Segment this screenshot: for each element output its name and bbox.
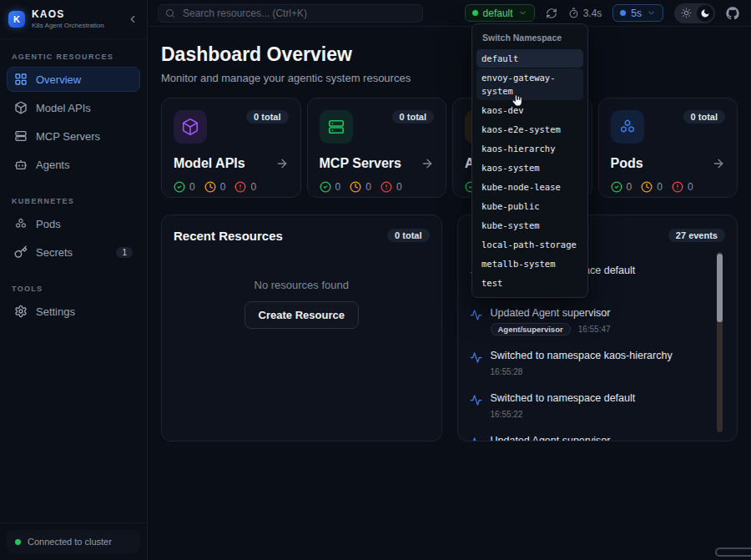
page-subtitle: Monitor and manage your agentic system r… [161,72,738,84]
stat-card-mcp-servers[interactable]: 0 total MCP Servers 0 0 0 [307,98,447,198]
grid-icon [14,73,28,86]
arrow-right-icon[interactable] [275,157,289,170]
bot-icon [14,158,28,171]
event-item: Updated Agent supervisor [470,435,726,441]
create-resource-button[interactable]: Create Resource [244,301,359,329]
total-badge: 0 total [392,110,434,124]
poll-interval-value: 5s [631,8,642,19]
search-icon [165,8,175,18]
check-circle-icon [174,181,185,193]
cube-icon [174,110,207,144]
event-item: Updated Agent supervisor Agent/superviso… [470,307,726,335]
namespace-option-kaos-hierarchy[interactable]: kaos-hierarchy [476,139,583,158]
namespace-option-metallb-system[interactable]: metallb-system [476,255,583,273]
event-title: Switched to namespace kaos-hierarchy [491,350,673,361]
stat-card-pods[interactable]: 0 total Pods 0 0 0 [598,98,738,198]
failed-count: 0 [396,181,402,193]
mouse-cursor [510,93,524,108]
search-input[interactable] [181,7,416,20]
event-time: 16:55:28 [491,367,523,376]
sidebar-item-label: Overview [36,73,81,86]
arrow-right-icon[interactable] [421,157,434,170]
namespace-option-kaos-system[interactable]: kaos-system [476,159,583,177]
clock-icon [641,181,653,193]
sidebar: K KAOS K8s Agent Orchestration AGENTIC R… [0,0,148,560]
refresh-duration: 3.4s [568,8,602,19]
namespace-option-kube-system[interactable]: kube-system [476,216,583,235]
gear-icon [14,305,28,318]
collapse-sidebar-icon[interactable] [127,13,139,25]
github-icon[interactable] [726,7,739,20]
total-badge: 0 total [387,229,429,242]
refresh-icon[interactable] [546,8,557,19]
stat-card-model-apis[interactable]: 0 total Model APIs 0 0 0 [161,98,301,198]
healthy-count: 0 [335,181,341,193]
events-scrollbar[interactable] [717,252,723,432]
section-label: AGENTIC RESOURCES [7,46,140,67]
namespace-option-kaos-dev[interactable]: kaos-dev [476,101,583,119]
stat-card-title: Model APIs [174,156,245,171]
healthy-count: 0 [189,181,195,193]
activity-icon [470,309,482,321]
total-badge: 0 total [683,110,725,124]
cluster-status: Connected to cluster [7,530,140,553]
poll-interval-button[interactable]: 5s [612,4,663,22]
sidebar-item-label: Pods [36,218,61,230]
check-circle-icon [320,181,331,193]
sidebar-item-label: Settings [36,305,75,318]
namespace-dropdown: Switch Namespace default envoy-gateway-s… [471,23,588,298]
sun-icon[interactable] [681,8,692,18]
key-icon [14,245,28,259]
sidebar-footer: Connected to cluster [0,522,147,560]
search-box[interactable] [158,4,423,23]
activity-icon [470,394,482,406]
sidebar-header: K KAOS K8s Agent Orchestration [0,0,147,39]
sidebar-item-label: Agents [36,159,69,171]
dropdown-header: Switch Namespace [476,28,583,49]
activity-icon [470,351,482,364]
sidebar-item-mcp-servers[interactable]: MCP Servers [7,124,140,149]
sidebar-nav: AGENTIC RESOURCES Overview Model APIs MC… [0,39,147,522]
sidebar-item-model-apis[interactable]: Model APIs [7,95,140,120]
healthy-count: 0 [627,181,633,193]
sidebar-item-settings[interactable]: Settings [7,299,140,324]
namespace-option-test[interactable]: test [476,274,583,292]
arrow-right-icon[interactable] [712,157,725,170]
sidebar-item-pods[interactable]: Pods [7,211,140,236]
failed-count: 0 [688,181,693,193]
namespace-selector-button[interactable]: default [465,4,535,22]
dark-mode-button[interactable] [697,5,713,22]
sidebar-item-agents[interactable]: Agents [7,152,140,177]
check-circle-icon [611,181,622,193]
stat-card-title: MCP Servers [320,156,401,171]
namespace-option-kube-public[interactable]: kube-public [476,197,583,215]
cube-icon [14,101,28,114]
chevron-down-icon [518,8,527,18]
namespace-status-dot [472,10,478,16]
event-resource-badge: Agent/supervisor [491,323,571,335]
timer-icon [568,8,579,18]
recent-resources-panel: Recent Resources 0 total No resources fo… [161,214,442,441]
events-scrollbar-thumb[interactable] [717,254,723,322]
namespace-selected: default [483,8,513,19]
horizontal-scrollbar-thumb[interactable] [715,547,751,557]
server-icon [14,129,28,143]
theme-toggle[interactable] [674,3,715,23]
namespace-option-envoy-gateway-system[interactable]: envoy-gateway-system [476,68,583,100]
interval-status-dot [620,10,626,16]
namespace-option-default[interactable]: default [476,49,583,68]
pods-icon [611,110,644,144]
clock-icon [350,181,361,193]
sidebar-item-overview[interactable]: Overview [7,67,140,92]
namespace-option-kube-node-lease[interactable]: kube-node-lease [476,178,583,196]
namespace-option-kaos-e2e-system[interactable]: kaos-e2e-system [476,120,583,139]
event-title: Updated Agent supervisor [491,307,611,319]
alert-circle-icon [672,181,683,193]
moon-icon [700,8,710,18]
namespace-option-local-path-storage[interactable]: local-path-storage [476,235,583,254]
total-badge: 0 total [246,110,288,124]
stat-card-title: Pods [611,156,643,171]
pending-count: 0 [220,181,226,193]
sidebar-item-secrets[interactable]: Secrets 1 [7,240,140,265]
app-logo: K [8,11,25,28]
